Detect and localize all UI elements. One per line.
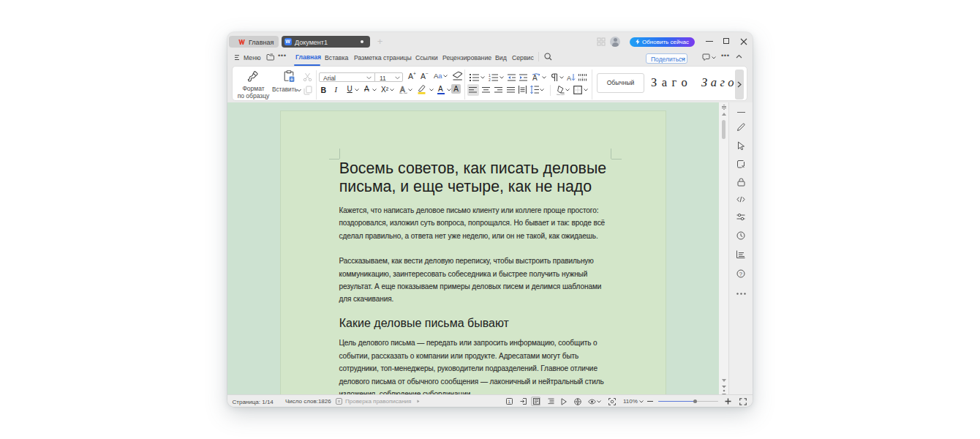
svg-text:?: ? bbox=[739, 270, 742, 277]
svg-text:A: A bbox=[400, 85, 405, 93]
svg-text:1: 1 bbox=[489, 74, 491, 78]
svg-text:2: 2 bbox=[489, 78, 491, 81]
svg-text:A: A bbox=[532, 74, 538, 82]
svg-text:1: 1 bbox=[508, 399, 511, 404]
svg-text:А: А bbox=[567, 75, 571, 82]
